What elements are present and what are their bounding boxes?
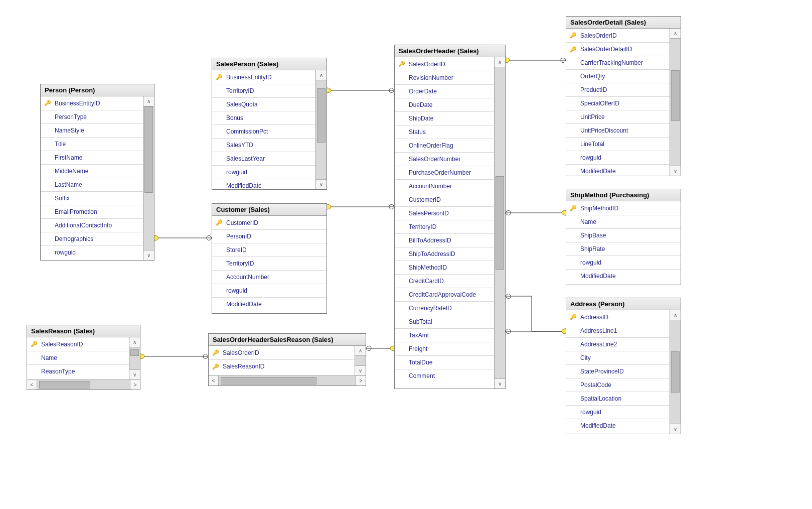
- column-row[interactable]: StoreID: [212, 243, 327, 257]
- column-row[interactable]: ShipBase: [566, 228, 681, 242]
- column-row[interactable]: BillToAddressID: [395, 233, 494, 247]
- column-row[interactable]: SalesLastYear: [212, 152, 315, 165]
- column-row[interactable]: 🔑SalesOrderDetailID: [566, 42, 670, 56]
- column-row[interactable]: SalesQuota: [212, 97, 315, 111]
- column-row[interactable]: SpatialLocation: [566, 392, 670, 405]
- column-row[interactable]: DueDate: [395, 98, 494, 111]
- scroll-right-button[interactable]: >: [130, 380, 140, 390]
- column-row[interactable]: ModifiedDate: [566, 419, 670, 432]
- column-row[interactable]: 🔑CustomerID: [212, 216, 327, 229]
- column-row[interactable]: SubTotal: [395, 315, 494, 328]
- column-row[interactable]: 🔑ShipMethodID: [566, 201, 681, 215]
- column-row[interactable]: Name: [566, 215, 681, 228]
- vertical-scrollbar[interactable]: ∧ ∨: [670, 29, 681, 176]
- column-row[interactable]: UnitPrice: [566, 110, 670, 123]
- column-row[interactable]: Suffix: [41, 191, 143, 205]
- column-row[interactable]: TotalDue: [395, 355, 494, 369]
- column-row[interactable]: FirstName: [41, 151, 143, 164]
- column-row[interactable]: ReasonType: [27, 364, 129, 378]
- column-row[interactable]: SpecialOfferID: [566, 96, 670, 110]
- column-row[interactable]: rowguid: [566, 256, 681, 269]
- scroll-up-button[interactable]: ∧: [129, 337, 140, 347]
- table-customer[interactable]: Customer (Sales) 🔑CustomerIDPersonIDStor…: [212, 203, 327, 314]
- column-row[interactable]: TerritoryID: [395, 220, 494, 233]
- scroll-down-button[interactable]: ∨: [670, 424, 681, 434]
- vertical-scrollbar[interactable]: ∧ ∨: [129, 337, 140, 379]
- column-row[interactable]: CommissionPct: [212, 124, 315, 138]
- column-row[interactable]: AddressLine1: [566, 324, 670, 337]
- column-row[interactable]: PersonType: [41, 110, 143, 123]
- vertical-scrollbar[interactable]: ∧ ∨: [143, 96, 154, 260]
- column-row[interactable]: UnitPriceDiscount: [566, 123, 670, 137]
- column-row[interactable]: RevisionNumber: [395, 71, 494, 84]
- column-row[interactable]: 🔑SalesReasonID: [27, 337, 129, 351]
- column-row[interactable]: City: [566, 351, 670, 364]
- column-row[interactable]: ModifiedDate: [566, 164, 670, 176]
- scroll-up-button[interactable]: ∧: [670, 310, 681, 320]
- column-row[interactable]: SalesOrderNumber: [395, 152, 494, 166]
- column-row[interactable]: CreditCardID: [395, 274, 494, 288]
- scroll-down-button[interactable]: ∨: [495, 378, 505, 389]
- table-salesperson[interactable]: SalesPerson (Sales) 🔑BusinessEntityIDTer…: [212, 58, 327, 190]
- column-row[interactable]: rowguid: [566, 151, 670, 164]
- column-row[interactable]: CurrencyRateID: [395, 301, 494, 315]
- column-row[interactable]: Demographics: [41, 232, 143, 245]
- table-salesreason[interactable]: SalesReason (Sales) 🔑SalesReasonIDNameRe…: [27, 325, 140, 390]
- column-row[interactable]: OnlineOrderFlag: [395, 139, 494, 152]
- scroll-down-button[interactable]: ∨: [316, 179, 327, 189]
- column-row[interactable]: 🔑AddressID: [566, 310, 670, 324]
- column-row[interactable]: 🔑BusinessEntityID: [41, 96, 143, 110]
- column-row[interactable]: AddressLine2: [566, 337, 670, 351]
- table-shipmethod[interactable]: ShipMethod (Purchasing) 🔑ShipMethodIDNam…: [566, 189, 681, 285]
- column-row[interactable]: TerritoryID: [212, 84, 315, 97]
- column-row[interactable]: PersonID: [212, 229, 327, 243]
- scroll-down-button[interactable]: ∨: [670, 166, 681, 176]
- column-row[interactable]: ModifiedDate: [566, 269, 681, 283]
- vertical-scrollbar[interactable]: ∧ ∨: [355, 346, 366, 375]
- column-row[interactable]: LastName: [41, 178, 143, 191]
- scroll-down-button[interactable]: ∨: [129, 369, 140, 379]
- scroll-up-button[interactable]: ∧: [670, 29, 681, 39]
- diagram-canvas[interactable]: Person (Person) 🔑BusinessEntityIDPersonT…: [0, 0, 812, 509]
- column-row[interactable]: AccountNumber: [395, 179, 494, 193]
- column-row[interactable]: ShipRate: [566, 242, 681, 256]
- column-row[interactable]: Comment: [395, 369, 494, 383]
- table-sod[interactable]: SalesOrderDetail (Sales) 🔑SalesOrderID🔑S…: [566, 16, 681, 176]
- scroll-up-button[interactable]: ∧: [355, 346, 366, 356]
- column-row[interactable]: ProductID: [566, 83, 670, 96]
- scroll-left-button[interactable]: <: [209, 376, 219, 386]
- column-row[interactable]: SalesYTD: [212, 138, 315, 152]
- column-row[interactable]: StateProvinceID: [566, 364, 670, 378]
- column-row[interactable]: 🔑SalesOrderID: [209, 346, 355, 359]
- column-row[interactable]: ModifiedDate: [212, 297, 327, 311]
- column-row[interactable]: OrderQty: [566, 69, 670, 83]
- column-row[interactable]: CustomerID: [395, 193, 494, 206]
- column-row[interactable]: Name: [27, 351, 129, 364]
- column-row[interactable]: rowguid: [566, 405, 670, 419]
- column-row[interactable]: rowguid: [212, 284, 327, 297]
- scroll-up-button[interactable]: ∧: [316, 70, 327, 80]
- horizontal-scrollbar[interactable]: < >: [209, 375, 366, 386]
- column-row[interactable]: 🔑SalesReasonID: [209, 359, 355, 373]
- column-row[interactable]: AccountNumber: [212, 270, 327, 284]
- column-row[interactable]: AdditionalContactInfo: [41, 218, 143, 232]
- column-row[interactable]: 🔑SalesOrderID: [395, 57, 494, 71]
- column-row[interactable]: Title: [41, 137, 143, 151]
- vertical-scrollbar[interactable]: ∧ ∨: [494, 57, 505, 389]
- horizontal-scrollbar[interactable]: < >: [27, 379, 140, 390]
- column-row[interactable]: rowguid: [212, 165, 315, 179]
- column-row[interactable]: MiddleName: [41, 164, 143, 178]
- table-person[interactable]: Person (Person) 🔑BusinessEntityIDPersonT…: [40, 84, 154, 261]
- column-row[interactable]: CreditCardApprovalCode: [395, 288, 494, 301]
- scroll-down-button[interactable]: ∨: [355, 365, 366, 375]
- column-row[interactable]: SalesPersonID: [395, 206, 494, 220]
- column-row[interactable]: LineTotal: [566, 137, 670, 151]
- table-address[interactable]: Address (Person) 🔑AddressIDAddressLine1A…: [566, 298, 681, 434]
- column-row[interactable]: TaxAmt: [395, 328, 494, 342]
- column-row[interactable]: EmailPromotion: [41, 205, 143, 218]
- column-row[interactable]: Freight: [395, 342, 494, 355]
- scroll-up-button[interactable]: ∧: [143, 96, 154, 106]
- column-row[interactable]: PurchaseOrderNumber: [395, 166, 494, 179]
- column-row[interactable]: TerritoryID: [212, 257, 327, 270]
- column-row[interactable]: Status: [395, 125, 494, 139]
